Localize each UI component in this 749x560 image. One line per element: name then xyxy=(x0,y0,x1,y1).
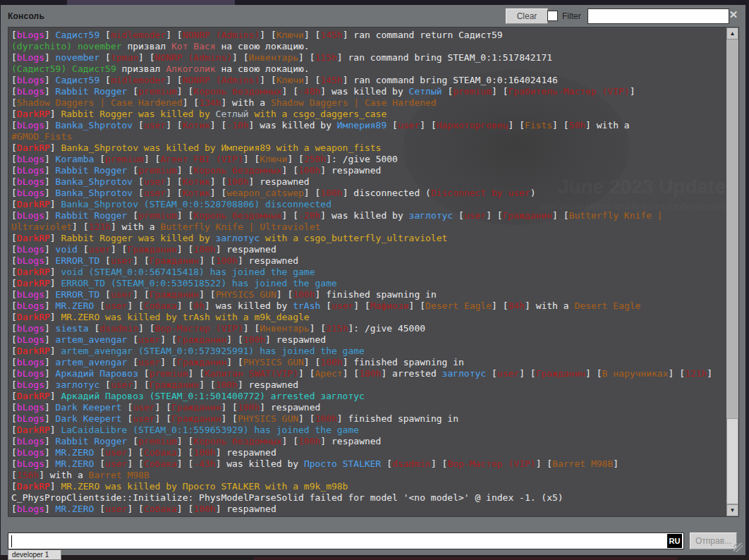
filter-checkbox[interactable] xyxy=(547,11,558,21)
log-line: [bLogs] Rabbit Rogger [premium] [Король … xyxy=(11,165,726,176)
scroll-down-icon[interactable]: ▼ xyxy=(726,504,738,516)
log-line: [bLogs] Dark Keepert [user] [Гражданин] … xyxy=(11,413,726,425)
log-line: [bLogs] artem_avengar [user] [Гражданин]… xyxy=(11,334,726,346)
log-line: (dyrachito) november призвал Кот Вася на… xyxy=(11,41,726,52)
log-line: [bLogs] Аркадий Паровоз [premium] [Капит… xyxy=(11,368,726,379)
log-line: [bLogs] Banka_Shprotov [user] [Котик] [w… xyxy=(11,188,726,199)
submit-button[interactable]: Отправ... xyxy=(690,532,737,549)
log-line: [bLogs] Садист59 [midlemoder] [NONRP (Ad… xyxy=(11,75,726,86)
log-line: Ultraviolet] [121h] with a Butterfly Kni… xyxy=(11,221,726,233)
log-line: [bLogs] Koramba [premium] [Агент FBI (VI… xyxy=(11,154,726,165)
log-line: [bLogs] Banka_Shprotov [user] [Котик] [1… xyxy=(11,176,726,188)
log-line: [bLogs] Садист59 [midlemoder] [NONRP (Ad… xyxy=(11,30,726,41)
log-line: (Садист59) Садист59 призвал Алкоголик на… xyxy=(11,63,726,75)
console-log[interactable]: [bLogs] Садист59 [midlemoder] [NONRP (Ad… xyxy=(8,28,726,516)
log-line: [DarkRP] MR.ZERO was killed by trAsh wit… xyxy=(11,312,726,323)
developer-tab[interactable]: developer 1 xyxy=(8,550,61,560)
log-line: [DarkRP] Rabbit Rogger was killed by заг… xyxy=(11,233,726,244)
log-line: [bLogs] ERROR_TD [user] [Гражданин] [100… xyxy=(11,255,726,267)
resize-grip[interactable] xyxy=(733,543,743,552)
log-line: [bLogs] siesta [dsadmin] [Вор-Мастер (VI… xyxy=(11,323,726,334)
log-line: [DarkRP] Banka_Shprotov was killed by Им… xyxy=(11,142,726,154)
log-line: [bLogs] MR.ZERO [user] [Собака] [-43h] w… xyxy=(11,458,726,470)
scrollbar-thumb[interactable] xyxy=(726,418,738,504)
log-line: [bLogs] ERROR_TD [user] [Гражданин] [PHY… xyxy=(11,289,726,300)
background-bottom-strip xyxy=(0,555,749,560)
command-input[interactable]: RU xyxy=(8,532,684,549)
log-line: [bLogs] Dark Keepert [user] [Гражданин] … xyxy=(11,402,726,413)
log-line: [DarkRP] void (STEAM_0:0:567415418) has … xyxy=(11,267,726,278)
console-window: Консоль Clear Filter ✕ June 2023 Update … xyxy=(1,5,745,555)
log-line: [bLogs] MR.ZERO [user] [Собака] [0h] was… xyxy=(11,300,726,312)
log-line: [bLogs] void [user] [Гражданин] [100h] r… xyxy=(11,244,726,255)
log-line: [DarkRP] Аркадий Паровоз (STEAM_0:1:5014… xyxy=(11,391,726,402)
log-line: [bLogs] Banka_Shprotov [user] [Котик] [-… xyxy=(11,120,726,131)
log-line: [DarkRP] artem_avengar (STEAM_0:0:573925… xyxy=(11,346,726,357)
close-icon[interactable]: ✕ xyxy=(727,8,740,21)
log-line: [bLogs] november [tpman] [NONRP (Admins)… xyxy=(11,52,726,63)
log-line: [DarkRP] LaCaidaLibre (STEAM_0:1:5596539… xyxy=(11,425,726,436)
log-line: [bLogs] Rabbit Rogger [premium] [Король … xyxy=(11,210,726,221)
log-line: [bLogs] artem_avengar [user] [Гражданин]… xyxy=(11,357,726,368)
log-line: #GMOD_Fists xyxy=(11,131,726,142)
background-top-strip xyxy=(0,0,749,5)
log-line: [bLogs] заглотус [user] [Гражданин] [100… xyxy=(11,379,726,391)
clear-button[interactable]: Clear xyxy=(506,8,548,24)
log-line: [156h] with a Barret M98B xyxy=(11,470,726,481)
filter-label: Filter xyxy=(562,11,581,21)
log-line: [DarkRP] Banka_Shprotov (STEAM_0:0:52870… xyxy=(11,199,726,210)
log-line: [bLogs] Rabbit Rogger [premium] [Король … xyxy=(11,86,726,97)
log-line: [bLogs] MR.ZERO [user] [Собака] [100h] r… xyxy=(11,447,726,458)
scroll-up-icon[interactable]: ▲ xyxy=(726,28,738,39)
background-top-strip-highlight xyxy=(67,0,235,5)
log-line: [DarkRP] ERROR_TD (STEAM_0:0:530518522) … xyxy=(11,278,726,289)
title-bar[interactable]: Консоль Clear Filter ✕ xyxy=(1,5,745,27)
log-line: [DarkRP] Rabbit Rogger was killed by Сет… xyxy=(11,109,726,120)
log-line: [DarkRP] MR.ZERO was killed by Просто ST… xyxy=(11,481,726,492)
filter-input[interactable] xyxy=(587,8,729,24)
log-line: [bLogs] Rabbit Rogger [premium] [Король … xyxy=(11,436,726,447)
text-caret xyxy=(11,535,12,547)
background-bottom-strip-highlight xyxy=(254,557,677,560)
log-line: [bLogs] MR.ZERO [user] [Собака] [100h] r… xyxy=(11,504,726,515)
keyboard-layout-badge: RU xyxy=(667,534,682,548)
scrollbar[interactable]: ▲ ▼ xyxy=(726,28,738,516)
log-line: [Shadow Daggers | Case Hardened] [134h] … xyxy=(11,97,726,109)
console-panel: June 2023 Update New visual effects and … xyxy=(8,27,739,517)
log-line: C_PhysPropClientside::Initialize: PhysMo… xyxy=(11,492,726,504)
window-title: Консоль xyxy=(8,11,44,21)
